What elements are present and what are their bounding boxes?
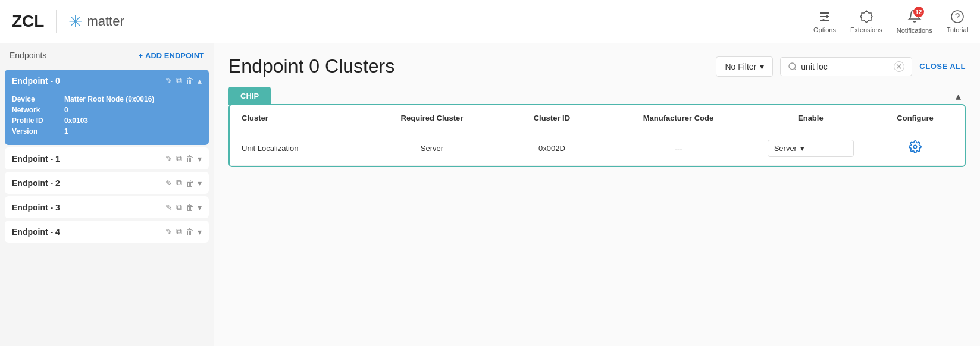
endpoint-0-delete-icon[interactable]: 🗑 xyxy=(186,76,194,86)
endpoint-1-name: Endpoint - 1 xyxy=(12,154,162,163)
version-label: Version xyxy=(12,127,60,136)
endpoint-0-profile-row: Profile ID 0x0103 xyxy=(12,117,202,125)
sidebar-title: Endpoints xyxy=(10,51,46,60)
col-enable: Enable xyxy=(756,105,866,131)
endpoint-2-name: Endpoint - 2 xyxy=(12,178,162,188)
endpoint-4-actions: ✎ ⧉ 🗑 ▾ xyxy=(165,227,202,237)
sidebar-item-endpoint-1[interactable]: Endpoint - 1 ✎ ⧉ 🗑 ▾ xyxy=(5,147,209,169)
endpoint-0-edit-icon[interactable]: ✎ xyxy=(165,76,173,86)
matter-logo: ✳ matter xyxy=(68,12,124,32)
matter-logo-text: matter xyxy=(87,14,124,29)
extensions-button[interactable]: Extensions xyxy=(850,10,882,33)
close-all-button[interactable]: CLOSE ALL xyxy=(919,62,966,71)
endpoint-2-delete-icon[interactable]: 🗑 xyxy=(186,178,194,188)
sidebar: Endpoints + ADD ENDPOINT Endpoint - 0 ✎ … xyxy=(0,43,214,346)
sidebar-item-endpoint-0[interactable]: Endpoint - 0 ✎ ⧉ 🗑 ▴ Device Matter Root … xyxy=(5,70,209,145)
main-layout: Endpoints + ADD ENDPOINT Endpoint - 0 ✎ … xyxy=(0,43,980,346)
content-header: Endpoint 0 Clusters No Filter ▾ ✕ CLOSE … xyxy=(228,55,966,77)
endpoint-1-copy-icon[interactable]: ⧉ xyxy=(176,153,182,163)
search-input[interactable] xyxy=(801,62,890,71)
endpoint-1-expand-icon[interactable]: ▾ xyxy=(198,154,202,163)
notification-badge: 12 xyxy=(913,7,924,17)
endpoint-0-version-row: Version 1 xyxy=(12,127,202,136)
svg-point-3 xyxy=(821,12,824,14)
endpoint-1-delete-icon[interactable]: 🗑 xyxy=(186,154,194,163)
cell-cluster-name: Unit Localization xyxy=(230,131,362,166)
endpoint-2-copy-icon[interactable]: ⧉ xyxy=(176,178,182,188)
tutorial-icon xyxy=(950,10,965,24)
table-body: Unit Localization Server 0x002D --- Serv… xyxy=(230,131,965,166)
header-right: Options Extensions 12 Notifications xyxy=(813,9,968,34)
filter-chevron-down-icon: ▾ xyxy=(760,62,764,71)
extensions-icon xyxy=(859,10,873,24)
enable-value: Server xyxy=(774,144,797,153)
col-configure: Configure xyxy=(866,105,965,131)
filter-label: No Filter xyxy=(725,62,756,71)
endpoint-3-actions: ✎ ⧉ 🗑 ▾ xyxy=(165,202,202,212)
col-required: Required Cluster xyxy=(362,105,503,131)
cell-configure xyxy=(866,131,965,166)
options-button[interactable]: Options xyxy=(813,10,836,33)
cell-manufacturer-code: --- xyxy=(601,131,755,166)
enable-chevron-down-icon: ▾ xyxy=(800,144,804,153)
endpoint-2-edit-icon[interactable]: ✎ xyxy=(165,178,173,188)
col-cluster-id: Cluster ID xyxy=(502,105,601,131)
chip-tab[interactable]: CHIP xyxy=(228,87,271,105)
page-title: Endpoint 0 Clusters xyxy=(228,55,394,77)
app-header: ZCL ✳ matter Options Extensions xyxy=(0,0,980,43)
endpoint-4-delete-icon[interactable]: 🗑 xyxy=(186,227,194,237)
svg-point-5 xyxy=(822,19,825,21)
sidebar-item-endpoint-3[interactable]: Endpoint - 3 ✎ ⧉ 🗑 ▾ xyxy=(5,196,209,218)
profile-label: Profile ID xyxy=(12,117,60,125)
svg-point-10 xyxy=(913,145,917,149)
search-box: ✕ xyxy=(780,57,912,76)
network-value: 0 xyxy=(64,106,68,114)
device-value: Matter Root Node (0x0016) xyxy=(64,95,154,103)
sidebar-item-endpoint-4[interactable]: Endpoint - 4 ✎ ⧉ 🗑 ▾ xyxy=(5,221,209,243)
endpoint-0-copy-icon[interactable]: ⧉ xyxy=(176,76,182,86)
endpoint-2-actions: ✎ ⧉ 🗑 ▾ xyxy=(165,178,202,188)
matter-logo-icon: ✳ xyxy=(68,12,82,32)
options-label: Options xyxy=(813,26,836,33)
add-endpoint-label: ADD ENDPOINT xyxy=(145,51,204,60)
tutorial-button[interactable]: Tutorial xyxy=(947,10,968,33)
configure-button[interactable] xyxy=(909,140,922,156)
endpoint-3-edit-icon[interactable]: ✎ xyxy=(165,203,173,212)
filter-dropdown[interactable]: No Filter ▾ xyxy=(716,56,773,77)
endpoint-4-expand-icon[interactable]: ▾ xyxy=(198,227,202,237)
svg-line-9 xyxy=(794,68,796,70)
cell-enable: Server ▾ xyxy=(756,131,866,166)
version-value: 1 xyxy=(64,127,68,136)
endpoint-2-expand-icon[interactable]: ▾ xyxy=(198,178,202,188)
cell-required-cluster: Server xyxy=(362,131,503,166)
endpoint-3-copy-icon[interactable]: ⧉ xyxy=(176,202,182,212)
endpoint-0-header: Endpoint - 0 ✎ ⧉ 🗑 ▴ xyxy=(5,70,209,92)
device-label: Device xyxy=(12,95,60,103)
gear-icon xyxy=(909,140,922,153)
endpoint-0-actions: ✎ ⧉ 🗑 ▴ xyxy=(165,76,202,86)
header-left: ZCL ✳ matter xyxy=(12,10,124,33)
endpoint-3-header: Endpoint - 3 ✎ ⧉ 🗑 ▾ xyxy=(5,196,209,218)
app-title: ZCL xyxy=(12,12,44,31)
add-endpoint-button[interactable]: + ADD ENDPOINT xyxy=(138,51,204,60)
endpoint-4-edit-icon[interactable]: ✎ xyxy=(165,227,173,237)
extensions-label: Extensions xyxy=(850,26,882,33)
sidebar-header: Endpoints + ADD ENDPOINT xyxy=(0,43,214,67)
plus-icon: + xyxy=(138,51,143,60)
endpoint-4-copy-icon[interactable]: ⧉ xyxy=(176,227,182,237)
filter-area: No Filter ▾ ✕ CLOSE ALL xyxy=(716,56,966,77)
search-clear-icon[interactable]: ✕ xyxy=(894,61,904,72)
endpoint-1-edit-icon[interactable]: ✎ xyxy=(165,154,173,163)
col-manufacturer: Manufacturer Code xyxy=(601,105,755,131)
notifications-button[interactable]: 12 Notifications xyxy=(897,9,932,34)
collapse-panel-button[interactable]: ▴ xyxy=(956,90,961,103)
enable-select[interactable]: Server ▾ xyxy=(768,140,854,157)
table-row: Unit Localization Server 0x002D --- Serv… xyxy=(230,131,965,166)
endpoint-3-delete-icon[interactable]: 🗑 xyxy=(186,203,194,212)
main-content: Endpoint 0 Clusters No Filter ▾ ✕ CLOSE … xyxy=(214,43,980,346)
endpoint-3-expand-icon[interactable]: ▾ xyxy=(198,203,202,212)
cluster-panel: Cluster Required Cluster Cluster ID Manu… xyxy=(228,104,966,167)
sidebar-item-endpoint-2[interactable]: Endpoint - 2 ✎ ⧉ 🗑 ▾ xyxy=(5,172,209,194)
endpoint-0-device-row: Device Matter Root Node (0x0016) xyxy=(12,95,202,103)
endpoint-0-collapse-icon[interactable]: ▴ xyxy=(198,76,202,86)
